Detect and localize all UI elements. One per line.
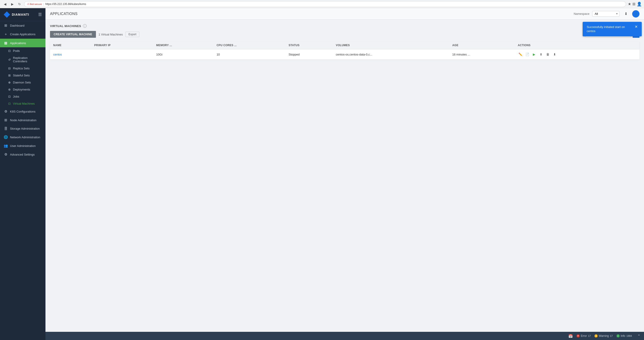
info-dot: i xyxy=(616,334,620,337)
sidebar-sub-label: Pods xyxy=(13,49,20,53)
sidebar-item-pods[interactable]: ⊡ Pods xyxy=(0,47,46,54)
col-name: NAME xyxy=(50,41,91,49)
sidebar-item-user-administration[interactable]: 👥 User Administration xyxy=(0,141,46,150)
top-bar-right: Namespace All default kube-system ▾ ⬇ 👤 xyxy=(574,10,640,18)
start-action-button[interactable]: ▶ xyxy=(532,52,537,57)
sidebar-item-label: Applications xyxy=(10,41,26,45)
sidebar-item-advanced-settings[interactable]: ⚙ Advanced Settings xyxy=(0,150,46,159)
sidebar-item-jobs[interactable]: ⊡ Jobs xyxy=(0,93,46,100)
create-vm-button[interactable]: CREATE VIRTUAL MACHINE xyxy=(50,31,96,38)
back-button[interactable]: ◀ xyxy=(2,1,8,7)
error-status[interactable]: ✕ Error 17 xyxy=(576,334,591,337)
jobs-icon: ⊡ xyxy=(8,95,11,98)
namespace-wrapper: All default kube-system ▾ xyxy=(592,11,620,17)
sidebar-item-label: Network Administration xyxy=(10,136,40,139)
calendar-icon[interactable]: 📅 xyxy=(568,334,573,338)
logo-diamond-icon xyxy=(4,11,10,18)
profile-icon[interactable]: 👤 xyxy=(637,2,642,7)
sidebar-item-deployments[interactable]: ⊛ Deployments xyxy=(0,86,46,93)
sidebar-item-create-applications[interactable]: ＋ Create Applications xyxy=(0,30,46,39)
sidebar-item-label: Storage Administration xyxy=(10,127,40,130)
pods-icon: ⊡ xyxy=(8,49,11,53)
sidebar-item-node-administration[interactable]: ⊞ Node Administration xyxy=(0,116,46,124)
col-volumes: VOLUMES xyxy=(332,41,449,49)
stateful-sets-icon: ⊞ xyxy=(8,74,11,77)
table-row: centos 10Gi 10 Stopped centos-os,centos-… xyxy=(50,49,640,60)
sidebar-item-k8s-configurations[interactable]: ⚙ K8S Configurations xyxy=(0,107,46,116)
status-left: 📅 xyxy=(568,334,573,338)
col-cpu-cores: CPU CORES ... xyxy=(214,41,286,49)
toast-close-button[interactable]: ✕ xyxy=(635,25,638,29)
sidebar-item-network-administration[interactable]: 🌐 Network Administration xyxy=(0,133,46,141)
applications-icon: ▦ xyxy=(4,41,8,45)
vm-memory-cell: 10Gi xyxy=(153,49,214,60)
vm-primary-ip-cell xyxy=(91,49,153,60)
extension-icon[interactable]: ⊞ xyxy=(632,2,635,6)
warning-status[interactable]: ⚠ Warning 17 xyxy=(594,334,613,337)
replica-sets-icon: ⊟ xyxy=(8,67,11,70)
sidebar-item-stateful-sets[interactable]: ⊞ Stateful Sets xyxy=(0,72,46,79)
sidebar-item-virtual-machines[interactable]: ⊡ Virtual Machines xyxy=(0,100,46,107)
toast-message: Successfully initiated start on centos xyxy=(587,25,632,33)
sidebar-item-label: Dashboard xyxy=(10,24,24,27)
pause-action-button[interactable]: ⏸ xyxy=(538,52,544,57)
table-header-row: NAME PRIMARY IP MEMORY ... CPU CORES ...… xyxy=(50,41,640,49)
info-label: Info xyxy=(621,334,625,337)
sidebar-item-replication-controllers[interactable]: ↺ Replication Controllers xyxy=(0,54,46,65)
sidebar-item-storage-administration[interactable]: 🗄 Storage Administration xyxy=(0,124,46,133)
app-container: DIAMANTI ☰ ⊞ Dashboard ＋ Create Applicat… xyxy=(0,8,644,340)
sidebar-item-label: User Administration xyxy=(10,144,36,148)
sidebar-item-daemon-sets[interactable]: ⊕ Daemon Sets xyxy=(0,79,46,86)
sidebar-sub-label: Replication Controllers xyxy=(13,56,42,63)
vm-actions-cell: ✏️ 📄 ▶ ⏸ 🗑 ⬇ xyxy=(515,49,640,60)
vm-name-link[interactable]: centos xyxy=(53,53,62,56)
sidebar-item-applications[interactable]: ▦ Applications xyxy=(0,39,46,47)
section-title-row: VIRTUAL MACHINES i xyxy=(50,24,640,28)
security-warning: ⚠ Not secure xyxy=(27,3,42,6)
sidebar-item-label: K8S Configurations xyxy=(10,110,36,113)
col-status: STATUS xyxy=(286,41,333,49)
delete-action-button[interactable]: 🗑 xyxy=(545,52,550,57)
logo: DIAMANTI xyxy=(4,11,29,18)
download-button[interactable]: ⬇ xyxy=(622,10,630,18)
error-count: 17 xyxy=(588,334,591,337)
sidebar-sub-label: Daemon Sets xyxy=(13,81,31,84)
users-icon: 👥 xyxy=(4,144,8,148)
deployments-icon: ⊛ xyxy=(8,88,11,91)
vm-table: NAME PRIMARY IP MEMORY ... CPU CORES ...… xyxy=(50,41,640,60)
view-action-button[interactable]: 📄 xyxy=(525,52,530,57)
sidebar-sub-label: Deployments xyxy=(13,88,30,91)
sidebar-item-dashboard[interactable]: ⊞ Dashboard xyxy=(0,21,46,30)
sidebar-sub-label: Stateful Sets xyxy=(13,74,30,77)
download-icon: ⬇ xyxy=(624,12,628,16)
info-status[interactable]: i Info 1884 xyxy=(616,334,632,337)
warning-count: 17 xyxy=(610,334,613,337)
export-button[interactable]: Export xyxy=(126,32,139,37)
namespace-select[interactable]: All default kube-system xyxy=(592,11,620,17)
sidebar-toggle-button[interactable]: ☰ xyxy=(38,12,42,17)
export-action-button[interactable]: ⬇ xyxy=(552,52,558,57)
col-memory: MEMORY ... xyxy=(153,41,214,49)
sidebar-item-label: Advanced Settings xyxy=(10,153,34,156)
vm-volumes-cell: centos-os,centos-data-0,c... xyxy=(332,49,449,60)
user-avatar-button[interactable]: 👤 xyxy=(632,10,640,18)
forward-button[interactable]: ▶ xyxy=(10,1,15,7)
status-chevron-button[interactable]: ⌃ xyxy=(638,334,640,338)
vms-icon: ⊡ xyxy=(8,102,11,105)
section-info-icon[interactable]: i xyxy=(83,24,86,28)
bookmark-icon[interactable]: ★ xyxy=(628,2,631,6)
edit-action-button[interactable]: ✏️ xyxy=(518,52,523,57)
sidebar-item-replica-sets[interactable]: ⊟ Replica Sets xyxy=(0,65,46,72)
create-icon: ＋ xyxy=(4,32,8,36)
status-bar: 📅 ✕ Error 17 ⚠ Warning 17 i Info 1884 ⌃ xyxy=(46,332,644,340)
sidebar-sub-label: Replica Sets xyxy=(13,67,30,70)
vm-status-cell: Stopped xyxy=(286,49,333,60)
replication-icon: ↺ xyxy=(8,58,11,61)
reload-button[interactable]: ↻ xyxy=(17,1,22,7)
url-text: https://35.222.135.88/kubes/kvms xyxy=(45,3,86,6)
logo-text: DIAMANTI xyxy=(12,13,29,16)
address-bar: ⚠ Not secure | https://35.222.135.88/kub… xyxy=(24,1,626,7)
error-label: Error xyxy=(581,334,587,337)
action-bar: CREATE VIRTUAL MACHINE 1 Virtual Machine… xyxy=(50,31,640,38)
warning-label: Warning xyxy=(599,334,609,337)
